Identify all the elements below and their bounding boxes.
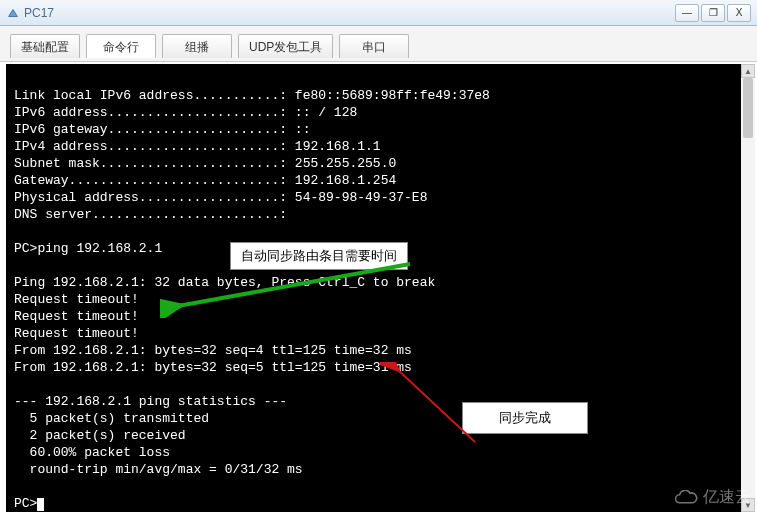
app-icon xyxy=(6,6,20,20)
window-buttons: — ❐ X xyxy=(675,4,751,22)
tab-label: 命令行 xyxy=(103,40,139,54)
tab-basic-config[interactable]: 基础配置 xyxy=(10,34,80,58)
tab-serial[interactable]: 串口 xyxy=(339,34,409,58)
annotation-sync-needed: 自动同步路由条目需要时间 xyxy=(230,242,408,270)
close-icon: X xyxy=(736,7,743,18)
scroll-track[interactable] xyxy=(741,78,755,498)
tab-label: 组播 xyxy=(185,40,209,54)
maximize-button[interactable]: ❐ xyxy=(701,4,725,22)
terminal-output[interactable]: Link local IPv6 address...........: fe80… xyxy=(6,64,751,512)
annotation-label: 同步完成 xyxy=(462,402,588,434)
scroll-up-button[interactable]: ▲ xyxy=(741,64,755,78)
tab-cli[interactable]: 命令行 xyxy=(86,34,156,58)
cloud-icon xyxy=(673,490,699,506)
vertical-scrollbar: ▲ ▼ xyxy=(741,64,755,512)
minimize-button[interactable]: — xyxy=(675,4,699,22)
annotation-label: 自动同步路由条目需要时间 xyxy=(230,242,408,270)
window-title: PC17 xyxy=(24,6,675,20)
tab-label: UDP发包工具 xyxy=(249,40,322,54)
watermark-text: 亿速云 xyxy=(703,487,751,508)
window-titlebar: PC17 — ❐ X xyxy=(0,0,757,26)
terminal-cursor xyxy=(37,498,44,511)
scroll-thumb[interactable] xyxy=(743,78,753,138)
annotation-sync-done: 同步完成 xyxy=(462,402,588,434)
terminal-panel: Link local IPv6 address...........: fe80… xyxy=(0,62,757,514)
tab-label: 串口 xyxy=(362,40,386,54)
watermark: 亿速云 xyxy=(673,487,751,508)
maximize-icon: ❐ xyxy=(709,7,718,18)
minimize-icon: — xyxy=(682,7,692,18)
tab-multicast[interactable]: 组播 xyxy=(162,34,232,58)
tab-bar: 基础配置 命令行 组播 UDP发包工具 串口 xyxy=(0,26,757,62)
tab-udp-tool[interactable]: UDP发包工具 xyxy=(238,34,333,58)
tab-label: 基础配置 xyxy=(21,40,69,54)
close-button[interactable]: X xyxy=(727,4,751,22)
